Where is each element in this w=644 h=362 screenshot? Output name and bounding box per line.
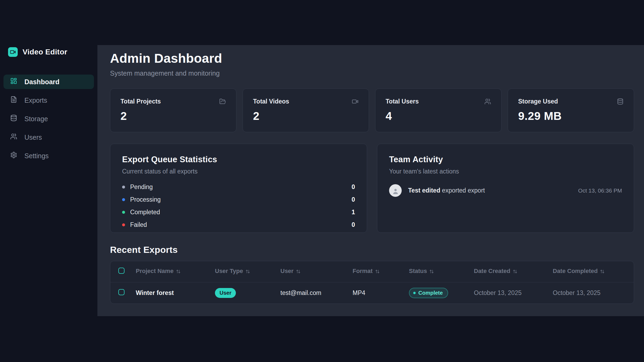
page-title: Admin Dashboard (110, 51, 634, 66)
export-queue-title: Export Queue Statistics (122, 155, 355, 164)
file-text-icon (10, 96, 17, 105)
table-header-row: Project Name User Type User Format Statu… (110, 261, 634, 282)
video-camera-icon (352, 98, 358, 105)
activity-text: Test edited exported export (408, 187, 485, 194)
queue-value: 0 (352, 196, 355, 203)
video-camera-logo-icon (8, 47, 18, 57)
activity-actor-action: Test edited (408, 187, 440, 194)
queue-row-pending: Pending 0 (122, 183, 355, 191)
activity-item: Test edited exported export Oct 13, 06:3… (389, 184, 622, 197)
stat-card-total-users: Total Users 4 (375, 88, 502, 132)
sidebar-item-label: Storage (24, 115, 48, 123)
queue-value: 1 (352, 209, 355, 216)
queue-label: Pending (130, 183, 153, 191)
main-content: Admin Dashboard System management and mo… (97, 45, 644, 316)
stat-card-storage-used: Storage Used 9.29 MB (508, 88, 634, 132)
cell-format: MP4 (353, 282, 409, 304)
column-header-user-type[interactable]: User Type (215, 261, 280, 282)
queue-row-processing: Processing 0 (122, 196, 355, 203)
row-checkbox[interactable] (118, 289, 125, 295)
team-activity-card: Team Activity Your team's latest actions… (377, 144, 634, 233)
sort-arrows-icon (375, 268, 380, 275)
column-header-project-name[interactable]: Project Name (136, 261, 215, 282)
settings-gear-icon (10, 152, 17, 160)
stat-value: 2 (253, 110, 358, 123)
sidebar-item-users[interactable]: Users (3, 130, 94, 145)
stat-card-total-videos: Total Videos 2 (243, 88, 369, 132)
sort-arrows-icon (600, 268, 605, 275)
stat-value: 9.29 MB (518, 110, 624, 123)
sidebar-item-settings[interactable]: Settings (3, 149, 94, 163)
activity-object: exported export (442, 187, 485, 194)
queue-label: Processing (130, 196, 161, 203)
person-icon (392, 188, 399, 195)
database-icon (617, 98, 624, 105)
layout-dashboard-icon (10, 77, 17, 86)
activity-timestamp: Oct 13, 06:36 PM (578, 187, 622, 194)
cell-project-name: Winter forest (136, 282, 215, 304)
stat-cards-row: Total Projects 2 Total Videos 2 Total Us… (110, 88, 634, 132)
export-queue-card: Export Queue Statistics Current status o… (110, 144, 367, 233)
sidebar-item-label: Users (24, 134, 42, 141)
app-logo: Video Editor (8, 47, 97, 57)
sidebar-item-storage[interactable]: Storage (3, 112, 94, 126)
page-subtitle: System management and monitoring (110, 69, 634, 77)
status-dot-completed (122, 211, 125, 214)
stat-label: Total Projects (120, 98, 161, 105)
status-dot-pending (122, 186, 125, 189)
sidebar-item-exports[interactable]: Exports (3, 93, 94, 108)
cell-date-completed: October 13, 2025 (553, 282, 634, 304)
queue-value: 0 (352, 183, 355, 191)
folder-open-icon (219, 98, 226, 105)
team-activity-subtitle: Your team's latest actions (389, 168, 622, 175)
column-header-date-completed[interactable]: Date Completed (553, 261, 634, 282)
users-icon (484, 98, 491, 105)
app-title: Video Editor (23, 48, 67, 56)
sort-arrows-icon (176, 268, 181, 275)
status-dot-processing (122, 198, 125, 201)
queue-row-failed: Failed 0 (122, 221, 355, 228)
stat-value: 4 (386, 110, 491, 123)
export-queue-subtitle: Current status of all exports (122, 168, 355, 175)
stat-card-total-projects: Total Projects 2 (110, 88, 236, 132)
status-dot-failed (122, 223, 125, 226)
sidebar: Video Editor Dashboard Exports Storage U… (0, 0, 97, 362)
recent-exports-table: Project Name User Type User Format Statu… (110, 261, 634, 304)
column-header-format[interactable]: Format (353, 261, 409, 282)
stat-label: Storage Used (518, 98, 558, 105)
queue-value: 0 (352, 221, 355, 228)
sort-arrows-icon (296, 268, 301, 275)
column-header-status[interactable]: Status (409, 261, 474, 282)
sort-arrows-icon (246, 268, 250, 275)
recent-exports-title: Recent Exports (110, 245, 634, 255)
sort-arrows-icon (513, 268, 517, 275)
sidebar-nav: Dashboard Exports Storage Users Settings (0, 75, 97, 163)
queue-label: Completed (130, 209, 160, 216)
status-badge: Complete (409, 288, 448, 298)
users-icon (10, 133, 17, 142)
sort-arrows-icon (429, 268, 434, 275)
stat-label: Total Users (386, 98, 419, 105)
cell-date-created: October 13, 2025 (474, 282, 553, 304)
sidebar-item-label: Dashboard (24, 78, 60, 86)
queue-label: Failed (130, 221, 147, 228)
column-header-date-created[interactable]: Date Created (474, 261, 553, 282)
stat-value: 2 (120, 110, 226, 123)
avatar (389, 184, 402, 197)
column-header-user[interactable]: User (280, 261, 353, 282)
sidebar-item-label: Exports (24, 97, 47, 104)
cell-user-email: test@mail.com (280, 282, 353, 304)
sidebar-item-label: Settings (24, 152, 49, 160)
sidebar-item-dashboard[interactable]: Dashboard (3, 75, 94, 89)
export-table-row[interactable]: Winter forest User test@mail.com MP4 Com… (110, 282, 634, 304)
stat-label: Total Videos (253, 98, 289, 105)
team-activity-title: Team Activity (389, 155, 622, 164)
select-all-checkbox[interactable] (118, 268, 125, 274)
queue-row-completed: Completed 1 (122, 209, 355, 216)
status-dot-icon (413, 292, 416, 294)
user-type-badge: User (215, 288, 236, 298)
database-icon (10, 114, 17, 123)
